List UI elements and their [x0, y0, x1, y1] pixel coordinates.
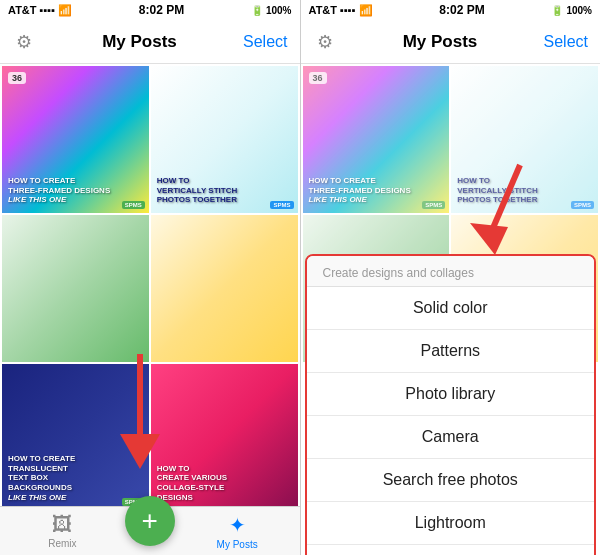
fab-icon: +: [142, 505, 158, 537]
left-page-title: My Posts: [102, 32, 177, 52]
left-status-right: 🔋 100%: [251, 5, 292, 16]
dropdown-item-photo-library[interactable]: Photo library: [307, 373, 595, 416]
dropdown-header: Create designs and collages: [307, 256, 595, 287]
right-post-1-number: 36: [309, 72, 327, 84]
left-battery-icon: 🔋: [251, 5, 263, 16]
left-signal-icon: ▪▪▪▪: [40, 4, 56, 16]
post-card-3[interactable]: [2, 215, 149, 362]
tab-myposts[interactable]: ✦ My Posts: [175, 513, 300, 550]
dropdown-overlay: Create designs and collages Solid color …: [301, 250, 601, 555]
myposts-icon: ✦: [229, 513, 246, 537]
left-battery-pct: 100%: [266, 5, 292, 16]
right-select-button[interactable]: Select: [544, 33, 588, 51]
post-card-6[interactable]: How ToCreate VariousCOLLAGE-STYLEDESIGNS: [151, 364, 298, 507]
left-gear-icon[interactable]: ⚙: [12, 30, 36, 54]
right-page-title: My Posts: [403, 32, 478, 52]
dropdown-item-lightroom[interactable]: Lightroom: [307, 502, 595, 545]
post-card-4[interactable]: [151, 215, 298, 362]
right-post-1-logo: SPMS: [422, 201, 445, 209]
right-status-left: AT&T ▪▪▪▪ 📶: [309, 4, 373, 17]
dropdown-item-search-free-photos[interactable]: Search free photos: [307, 459, 595, 502]
left-posts-grid-inner: 36 How to createTHREE-FRAMED DESIGNSlike…: [0, 64, 300, 506]
left-select-button[interactable]: Select: [243, 33, 287, 51]
right-wifi-icon: 📶: [359, 4, 373, 17]
left-nav-bar: ⚙ My Posts Select: [0, 20, 300, 64]
dropdown-item-camera[interactable]: Camera: [307, 416, 595, 459]
left-carrier: AT&T: [8, 4, 37, 16]
right-post-2-logo: SPMS: [571, 201, 594, 209]
post-6-text: How ToCreate VariousCOLLAGE-STYLEDESIGNS: [157, 464, 292, 502]
post-card-2[interactable]: How toVERTICALLY STITCHphotos together S…: [151, 66, 298, 213]
post-card-1[interactable]: 36 How to createTHREE-FRAMED DESIGNSlike…: [2, 66, 149, 213]
right-gear-icon[interactable]: ⚙: [313, 30, 337, 54]
post-2-logo: SPMS: [270, 201, 293, 209]
remix-icon: 🖼: [52, 513, 72, 536]
tab-remix-label: Remix: [48, 538, 76, 549]
right-carrier: AT&T: [309, 4, 338, 16]
right-status-right: 🔋 100%: [551, 5, 592, 16]
dropdown-item-solid-color[interactable]: Solid color: [307, 287, 595, 330]
post-5-text: How to createTRANSLUCENTTEXT BOXBACKGROU…: [8, 454, 143, 502]
right-time: 8:02 PM: [439, 3, 484, 17]
dropdown-item-creative-cloud[interactable]: Creative Cloud: [307, 545, 595, 555]
left-status-bar: AT&T ▪▪▪▪ 📶 8:02 PM 🔋 100%: [0, 0, 300, 20]
left-posts-grid: 36 How to createTHREE-FRAMED DESIGNSlike…: [0, 64, 300, 506]
post-1-logo: SPMS: [122, 201, 145, 209]
tab-myposts-label: My Posts: [217, 539, 258, 550]
dropdown-menu: Create designs and collages Solid color …: [305, 254, 597, 555]
post-1-number: 36: [8, 72, 26, 84]
left-wifi-icon: 📶: [58, 4, 72, 17]
right-nav-bar: ⚙ My Posts Select: [301, 20, 601, 64]
left-time: 8:02 PM: [139, 3, 184, 17]
left-tab-bar: 🖼 Remix + ✦ My Posts: [0, 506, 300, 555]
dropdown-item-patterns[interactable]: Patterns: [307, 330, 595, 373]
right-signal-icon: ▪▪▪▪: [340, 4, 356, 16]
right-battery-icon: 🔋: [551, 5, 563, 16]
right-phone-panel: AT&T ▪▪▪▪ 📶 8:02 PM 🔋 100% ⚙ My Posts Se…: [301, 0, 601, 555]
tab-remix[interactable]: 🖼 Remix: [0, 513, 125, 549]
fab-button[interactable]: +: [125, 496, 175, 546]
right-post-card-2: How toVERTICALLY STITCHphotos together S…: [451, 66, 598, 213]
left-phone-panel: AT&T ▪▪▪▪ 📶 8:02 PM 🔋 100% ⚙ My Posts Se…: [0, 0, 300, 555]
post-card-5[interactable]: How to createTRANSLUCENTTEXT BOXBACKGROU…: [2, 364, 149, 507]
right-post-card-1: 36 How to createTHREE-FRAMED DESIGNSlike…: [303, 66, 450, 213]
right-status-bar: AT&T ▪▪▪▪ 📶 8:02 PM 🔋 100%: [301, 0, 601, 20]
right-battery-pct: 100%: [566, 5, 592, 16]
left-status-left: AT&T ▪▪▪▪ 📶: [8, 4, 72, 17]
